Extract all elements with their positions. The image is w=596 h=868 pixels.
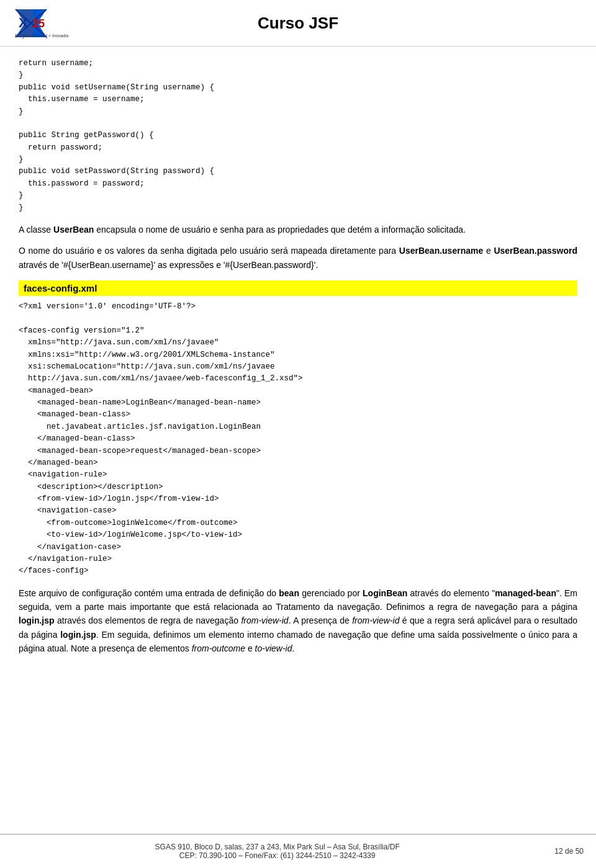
para2-end: através de '#{UserBean.username}' as exp… (19, 260, 318, 270)
para3-bold5: login.jsp (60, 630, 96, 640)
code-block-1: return username; } public void setUserna… (19, 58, 577, 214)
para3-mid: gerenciado por (299, 588, 363, 598)
footer-line2: CEP: 70.390-100 – Fone/Fax: (61) 3244-25… (12, 851, 542, 860)
footer-line1: SGAS 910, Bloco D, salas, 237 a 243, Mix… (12, 843, 542, 851)
para1-text: A classe (19, 225, 53, 235)
section-header: faces-config.xml (19, 280, 577, 296)
para3-end7: . (292, 643, 294, 653)
svg-text:Programadores [ + Inovadores 2: Programadores [ + Inovadores 2] (15, 34, 68, 38)
para3-italic3: from-outcome (192, 643, 245, 653)
para3-end2: através dos elementos de regra de navega… (55, 615, 242, 625)
para3-bold4: login.jsp (19, 615, 55, 625)
para3-italic1: from-view-id (241, 615, 288, 625)
para2-start: O nome do usuário e os valores da senha … (19, 246, 399, 256)
para2-mid: e (483, 246, 494, 256)
page-title: Curso JSF (87, 14, 509, 33)
svg-text:X: X (19, 15, 28, 30)
paragraph-2: O nome do usuário e os valores da senha … (19, 244, 577, 272)
para3-rest: através do elemento " (407, 588, 495, 598)
main-content: return username; } public void setUserna… (0, 47, 596, 713)
logo-area: X 25 Programadores [ + Inovadores 2] (12, 6, 87, 40)
para3-bold: bean (279, 588, 299, 598)
page-header: X 25 Programadores [ + Inovadores 2] Cur… (0, 0, 596, 47)
para3-end3: . A presença de (289, 615, 353, 625)
paragraph-1: A classe UserBean encapsula o nome de us… (19, 223, 577, 236)
code-block-2: <?xml version='1.0' encoding='UTF-8'?> <… (19, 301, 577, 578)
para2-bold2: UserBean.password (494, 246, 577, 256)
para3-bold2: LoginBean (363, 588, 407, 598)
para3-bold3: managed-bean (495, 588, 556, 598)
para3-text: Este arquivo de configuração contém uma … (19, 588, 279, 598)
page-footer: SGAS 910, Bloco D, salas, 237 a 243, Mix… (0, 834, 596, 868)
para3-end6: e (245, 643, 255, 653)
para3-end5: . Em seguida, definimos um elemento inte… (19, 630, 577, 653)
para3-italic2: from-view-id (352, 615, 399, 625)
para1-bold1: UserBean (53, 225, 94, 235)
para1-rest: encapsula o nome de usuário e senha para… (94, 225, 466, 235)
svg-text:25: 25 (32, 17, 45, 30)
footer-address: SGAS 910, Bloco D, salas, 237 a 243, Mix… (12, 843, 542, 860)
para2-bold1: UserBean.username (399, 246, 483, 256)
paragraph-3: Este arquivo de configuração contém uma … (19, 586, 577, 656)
company-logo: X 25 Programadores [ + Inovadores 2] (12, 6, 68, 40)
footer-page-number: 12 de 50 (554, 847, 584, 856)
para3-italic4: to-view-id (255, 643, 292, 653)
